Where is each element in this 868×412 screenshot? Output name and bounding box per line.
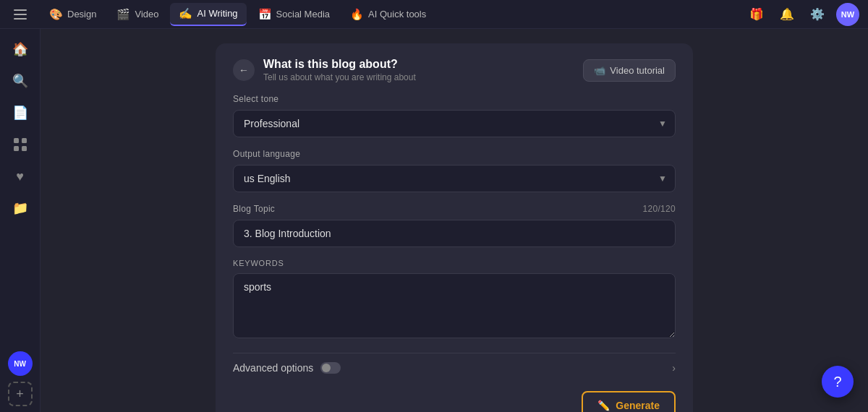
advanced-options-toggle[interactable] (320, 362, 341, 374)
svg-rect-3 (14, 138, 19, 143)
svg-rect-4 (22, 138, 27, 143)
svg-rect-6 (22, 146, 27, 151)
advanced-options-left: Advanced options (233, 362, 341, 374)
blog-topic-group: Blog Topic 120/120 (233, 204, 676, 247)
sidebar-avatar[interactable]: NW (8, 351, 33, 376)
keywords-input[interactable]: sports (233, 273, 676, 338)
sidebar-item-home[interactable]: 🏠 (6, 35, 35, 64)
tab-ai-writing-label: AI Writing (197, 8, 237, 19)
ai-writing-icon: ✍️ (179, 7, 192, 20)
back-button[interactable]: ← (233, 59, 255, 81)
gift-icon[interactable]: 🎁 (745, 3, 768, 26)
language-group: Output language us English uk English Sp… (233, 149, 676, 192)
advanced-options-row[interactable]: Advanced options › (233, 353, 676, 382)
video-icon: 🎬 (116, 8, 130, 21)
main-layout: 🏠 🔍 📄 ♥ 📁 NW + ← What is this blog (0, 29, 868, 412)
video-tutorial-button[interactable]: 📹 Video tutorial (583, 59, 676, 82)
top-nav: 🎨 Design 🎬 Video ✍️ AI Writing 📅 Social … (0, 0, 868, 29)
video-camera-icon: 📹 (594, 65, 605, 76)
card-title: What is this blog about? (263, 58, 416, 71)
content-area: ← What is this blog about? Tell us about… (41, 29, 868, 412)
sidebar: 🏠 🔍 📄 ♥ 📁 NW + (0, 29, 41, 412)
sidebar-item-folder[interactable]: 📁 (6, 194, 35, 223)
generate-button[interactable]: ✏️ Generate (582, 391, 676, 412)
blog-topic-input[interactable] (233, 220, 676, 247)
tone-label: Select tone (233, 94, 676, 104)
tab-video[interactable]: 🎬 Video (108, 3, 167, 26)
sidebar-item-search[interactable]: 🔍 (6, 66, 35, 95)
tab-design-label: Design (67, 9, 96, 20)
user-avatar[interactable]: NW (836, 3, 859, 26)
advanced-options-label: Advanced options (233, 362, 313, 374)
language-label: Output language (233, 149, 676, 159)
video-tutorial-label: Video tutorial (610, 65, 665, 76)
menu-icon[interactable] (9, 3, 32, 26)
settings-icon[interactable]: ⚙️ (806, 3, 829, 26)
sidebar-item-apps[interactable] (6, 130, 35, 159)
tab-ai-quick-tools-label: AI Quick tools (368, 9, 426, 20)
tab-video-label: Video (135, 9, 158, 20)
tab-social-media[interactable]: 📅 Social Media (250, 3, 339, 26)
card-title-block: What is this blog about? Tell us about w… (263, 58, 416, 82)
notification-icon[interactable]: 🔔 (775, 3, 799, 26)
sidebar-item-document[interactable]: 📄 (6, 98, 35, 127)
blog-topic-label: Blog Topic 120/120 (233, 204, 676, 214)
main-card: ← What is this blog about? Tell us about… (216, 43, 693, 412)
blog-topic-label-text: Blog Topic (233, 204, 275, 214)
social-media-icon: 📅 (258, 8, 272, 21)
language-select[interactable]: us English uk English Spanish French Ger… (233, 165, 676, 192)
tone-select[interactable]: Professional Casual Friendly Formal Humo… (233, 110, 676, 137)
keywords-group: KEYWORDS sports (233, 259, 676, 341)
design-icon: 🎨 (49, 8, 63, 21)
generate-label: Generate (616, 400, 660, 411)
svg-rect-0 (14, 9, 27, 11)
keywords-label: KEYWORDS (233, 259, 676, 267)
card-body: Select tone Professional Casual Friendly… (216, 94, 693, 382)
tab-social-media-label: Social Media (276, 9, 330, 20)
sidebar-add-button[interactable]: + (8, 382, 33, 406)
svg-rect-2 (14, 18, 27, 20)
tone-select-wrapper: Professional Casual Friendly Formal Humo… (233, 110, 676, 137)
tab-design[interactable]: 🎨 Design (41, 3, 105, 26)
help-bubble[interactable]: ? (822, 366, 854, 398)
tone-group: Select tone Professional Casual Friendly… (233, 94, 676, 137)
blog-topic-char-count: 120/120 (643, 204, 676, 214)
language-select-wrapper: us English uk English Spanish French Ger… (233, 165, 676, 192)
advanced-options-chevron: › (672, 362, 676, 374)
nav-right: 🎁 🔔 ⚙️ NW (745, 3, 859, 26)
svg-rect-5 (14, 146, 19, 151)
card-footer: ✏️ Generate (216, 382, 693, 412)
card-header-left: ← What is this blog about? Tell us about… (233, 58, 416, 82)
help-icon: ? (833, 374, 841, 390)
sidebar-item-favorites[interactable]: ♥ (6, 162, 35, 191)
ai-quick-tools-icon: 🔥 (350, 8, 364, 21)
card-subtitle: Tell us about what you are writing about (263, 72, 416, 82)
generate-icon: ✏️ (597, 400, 610, 411)
toggle-knob (322, 364, 331, 372)
svg-rect-1 (14, 14, 27, 15)
card-header: ← What is this blog about? Tell us about… (216, 43, 693, 94)
tab-ai-writing[interactable]: ✍️ AI Writing (170, 3, 246, 26)
tab-ai-quick-tools[interactable]: 🔥 AI Quick tools (341, 3, 435, 26)
